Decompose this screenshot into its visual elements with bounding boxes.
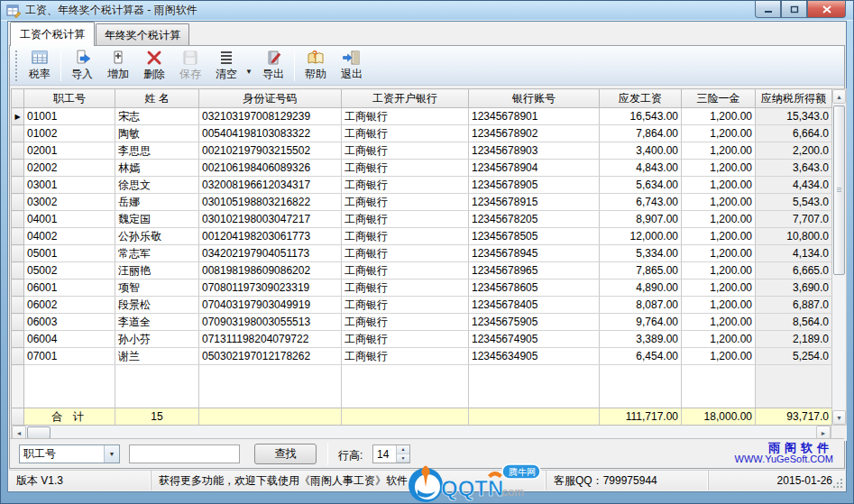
row-indicator-cell[interactable]: [12, 348, 24, 365]
cell-insurance[interactable]: 1,200.00: [682, 194, 756, 211]
row-indicator-cell[interactable]: ▶: [12, 108, 24, 125]
cell-salary[interactable]: 5,334.00: [600, 245, 682, 262]
cell-emp-id[interactable]: 05002: [24, 262, 115, 279]
cell-salary[interactable]: 7,865.00: [600, 262, 682, 279]
cell-account[interactable]: 12345678915: [469, 194, 600, 211]
cell-emp-id[interactable]: 03001: [24, 177, 115, 194]
cell-emp-id[interactable]: 04001: [24, 211, 115, 228]
cell-taxable[interactable]: 15,343.0: [756, 108, 832, 125]
cell-id-number[interactable]: 002102197903215502: [199, 142, 342, 160]
cell-insurance[interactable]: 1,200.00: [682, 245, 756, 262]
import-button[interactable]: 导入: [64, 48, 100, 84]
cell-taxable[interactable]: 3,690.0: [756, 279, 832, 297]
table-row[interactable]: 02001 李思思 002102197903215502 工商银行 123456…: [12, 142, 832, 160]
cell-salary[interactable]: 6,743.00: [600, 194, 682, 211]
cell-account[interactable]: 12345674905: [469, 331, 600, 348]
row-indicator-cell[interactable]: [12, 297, 24, 314]
cell-salary[interactable]: 3,389.00: [600, 331, 682, 348]
cell-id-number[interactable]: 032008196612034317: [199, 177, 342, 194]
cell-name[interactable]: 谢兰: [115, 348, 199, 365]
cell-emp-id[interactable]: 02002: [24, 160, 115, 177]
cell-salary[interactable]: 8,087.00: [600, 297, 682, 314]
table-row[interactable]: 03001 徐思文 032008196612034317 工商银行 123456…: [12, 177, 832, 194]
cell-taxable[interactable]: 6,665.0: [756, 262, 832, 279]
header-emp-id[interactable]: 职工号: [24, 89, 115, 108]
row-indicator-cell[interactable]: [12, 228, 24, 245]
cell-account[interactable]: 12345678902: [469, 125, 600, 142]
cell-emp-id[interactable]: 06003: [24, 314, 115, 331]
header-account[interactable]: 银行账号: [469, 89, 600, 108]
cell-insurance[interactable]: 1,200.00: [682, 160, 756, 177]
table-row[interactable]: 04002 公孙乐敬 001204198203061773 工商银行 12345…: [12, 228, 832, 245]
close-button[interactable]: [807, 1, 846, 18]
export-button[interactable]: 导出: [255, 48, 291, 84]
cell-bank[interactable]: 工商银行: [342, 297, 469, 314]
cell-taxable[interactable]: 3,643.0: [756, 160, 832, 177]
cell-salary[interactable]: 4,890.00: [600, 279, 682, 297]
cell-taxable[interactable]: 4,434.0: [756, 177, 832, 194]
cell-name[interactable]: 魏定国: [115, 211, 199, 228]
cell-taxable[interactable]: 5,254.0: [756, 348, 832, 365]
cell-id-number[interactable]: 002106198406089326: [199, 160, 342, 177]
cell-emp-id[interactable]: 06002: [24, 297, 115, 314]
cell-emp-id[interactable]: 01002: [24, 125, 115, 142]
cell-id-number[interactable]: 070801197309023319: [199, 279, 342, 297]
cell-bank[interactable]: 工商银行: [342, 314, 469, 331]
table-row[interactable]: 02002 林嫣 002106198406089326 工商银行 1234567…: [12, 160, 832, 177]
cell-emp-id[interactable]: 05001: [24, 245, 115, 262]
vertical-scroll-thumb[interactable]: [833, 105, 845, 275]
horizontal-scroll-thumb[interactable]: [27, 426, 51, 439]
minimize-button[interactable]: [755, 1, 781, 18]
row-indicator-cell[interactable]: [12, 142, 24, 160]
cell-taxable[interactable]: 6,887.0: [756, 297, 832, 314]
table-row[interactable]: 06001 项智 070801197309023319 工商银行 1234567…: [12, 279, 832, 297]
cell-account[interactable]: 12345678965: [469, 262, 600, 279]
cell-account[interactable]: 12345678405: [469, 297, 600, 314]
cell-bank[interactable]: 工商银行: [342, 331, 469, 348]
cell-id-number[interactable]: 030105198803216822: [199, 194, 342, 211]
cell-account[interactable]: 12345678903: [469, 142, 600, 160]
cell-name[interactable]: 李思思: [115, 142, 199, 160]
cell-bank[interactable]: 工商银行: [342, 142, 469, 160]
cell-id-number[interactable]: 070403197903049919: [199, 297, 342, 314]
cell-bank[interactable]: 工商银行: [342, 211, 469, 228]
table-row[interactable]: ▶ 01001 宋志 032103197008129239 工商银行 12345…: [12, 108, 832, 125]
scroll-down-arrow[interactable]: ▼: [832, 410, 846, 425]
cell-bank[interactable]: 工商银行: [342, 348, 469, 365]
header-name[interactable]: 姓 名: [115, 89, 199, 108]
cell-taxable[interactable]: 7,707.0: [756, 211, 832, 228]
cell-bank[interactable]: 工商银行: [342, 228, 469, 245]
row-indicator-cell[interactable]: [12, 211, 24, 228]
cell-emp-id[interactable]: 04002: [24, 228, 115, 245]
vertical-scrollbar[interactable]: ▲ ▼: [832, 88, 847, 426]
cell-name[interactable]: 段景松: [115, 297, 199, 314]
cell-name[interactable]: 李道全: [115, 314, 199, 331]
cell-salary[interactable]: 7,864.00: [600, 125, 682, 142]
cell-emp-id[interactable]: 01001: [24, 108, 115, 125]
cell-insurance[interactable]: 1,200.00: [682, 228, 756, 245]
cell-taxable[interactable]: 10,800.0: [756, 228, 832, 245]
search-button[interactable]: 查找: [254, 444, 317, 464]
cell-account[interactable]: 12345678905: [469, 177, 600, 194]
cell-name[interactable]: 徐思文: [115, 177, 199, 194]
table-row[interactable]: 06003 李道全 070903198003055513 工商银行 123456…: [12, 314, 832, 331]
cell-bank[interactable]: 工商银行: [342, 245, 469, 262]
cell-emp-id[interactable]: 07001: [24, 348, 115, 365]
header-salary[interactable]: 应发工资: [600, 89, 682, 108]
cell-taxable[interactable]: 6,664.0: [756, 125, 832, 142]
header-bank[interactable]: 工资开户银行: [342, 89, 469, 108]
cell-insurance[interactable]: 1,200.00: [682, 314, 756, 331]
table-row[interactable]: 01002 陶敏 005404198103083322 工商银行 1234567…: [12, 125, 832, 142]
cell-account[interactable]: 12345678205: [469, 211, 600, 228]
header-insurance[interactable]: 三险一金: [682, 89, 756, 108]
cell-account[interactable]: 12345678605: [469, 279, 600, 297]
cell-emp-id[interactable]: 06004: [24, 331, 115, 348]
row-indicator-cell[interactable]: [12, 262, 24, 279]
row-indicator-cell[interactable]: [12, 331, 24, 348]
cell-taxable[interactable]: 4,134.0: [756, 245, 832, 262]
cell-id-number[interactable]: 034202197904051173: [199, 245, 342, 262]
cell-insurance[interactable]: 1,200.00: [682, 177, 756, 194]
cell-id-number[interactable]: 030102198003047217: [199, 211, 342, 228]
cell-salary[interactable]: 4,843.00: [600, 160, 682, 177]
cell-insurance[interactable]: 1,200.00: [682, 125, 756, 142]
